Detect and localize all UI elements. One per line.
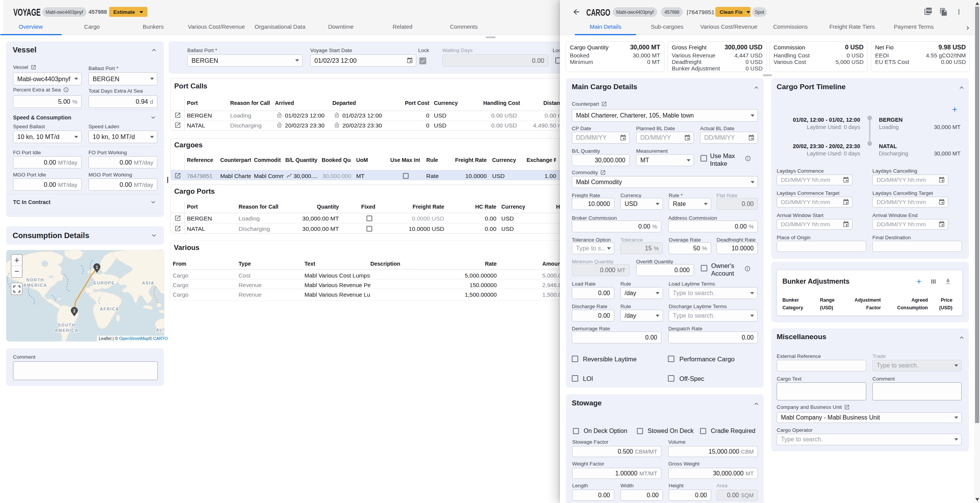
svg-text:AFRICA: AFRICA [100,307,119,311]
svg-text:ASIA: ASIA [142,281,154,285]
svg-text:SOUTH: SOUTH [58,323,75,327]
svg-text:NORTH: NORTH [26,278,44,282]
svg-text:1: 1 [96,265,98,269]
svg-text:AMERICA: AMERICA [23,283,47,287]
svg-text:AUS: AUS [156,328,164,332]
svg-text:EUROPE: EUROPE [93,281,115,285]
svg-text:AMERICA: AMERICA [55,328,79,333]
svg-text:2: 2 [73,309,75,313]
